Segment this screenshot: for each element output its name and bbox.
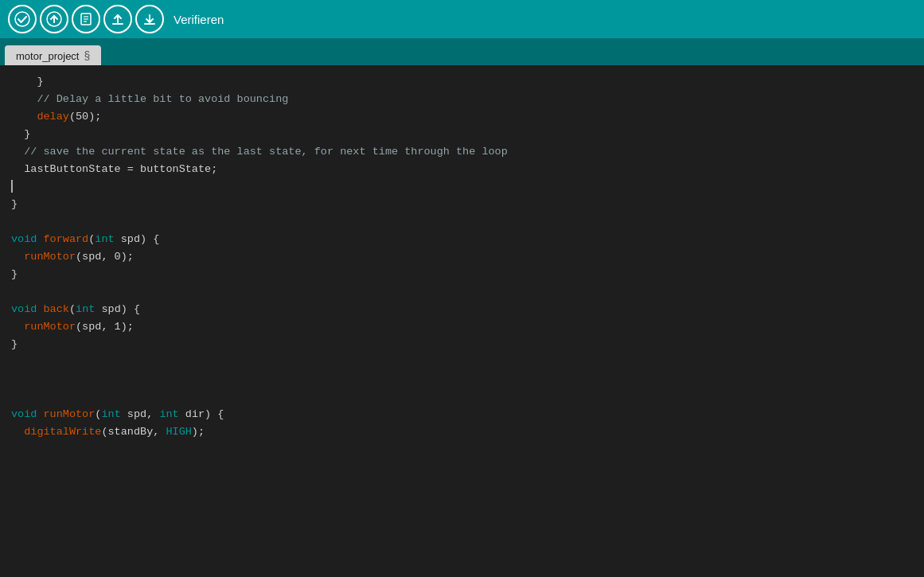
code-line: lastButtonState = buttonState; [8,161,924,178]
editor-tab[interactable]: motor_project§ [5,45,101,65]
save-button[interactable] [135,5,164,33]
code-line: } [8,196,924,213]
code-line: // save the current state as the last st… [8,143,924,161]
code-line: // Delay a little bit to avoid bouncing [8,91,924,108]
new-button[interactable] [72,5,100,33]
upload-button[interactable] [40,5,68,33]
code-line: } [8,266,924,283]
code-line-cursor [8,178,924,196]
toolbar: Verifieren [0,0,924,38]
code-line: } [8,73,924,91]
open-button[interactable] [103,5,132,33]
code-line [8,283,924,301]
code-line: } [8,336,924,353]
code-line: void back(int spd) { [8,301,924,318]
code-line: void forward(int spd) { [8,231,924,248]
verifying-label: Verifieren [173,13,224,26]
code-line: } [8,126,924,143]
tab-label: motor_project [16,50,79,62]
code-editor[interactable]: } // Delay a little bit to avoid bouncin… [0,65,924,577]
code-line [8,371,924,388]
verify-button[interactable] [8,5,37,33]
code-line: runMotor(spd, 0); [8,248,924,266]
tab-symbol: § [84,49,90,62]
code-line [8,353,924,371]
code-line: delay(50); [8,108,924,126]
tab-bar: motor_project§ [0,38,924,65]
svg-point-0 [15,12,29,26]
code-line [8,213,924,231]
code-line: runMotor(spd, 1); [8,318,924,336]
code-line [8,388,924,406]
code-line: digitalWrite(standBy, HIGH); [8,423,924,441]
code-line: void runMotor(int spd, int dir) { [8,406,924,423]
